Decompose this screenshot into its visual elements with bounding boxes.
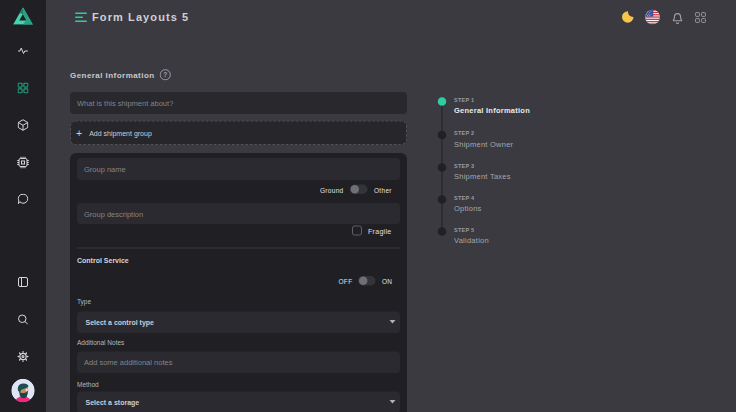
svg-text:?: ? <box>163 71 167 78</box>
